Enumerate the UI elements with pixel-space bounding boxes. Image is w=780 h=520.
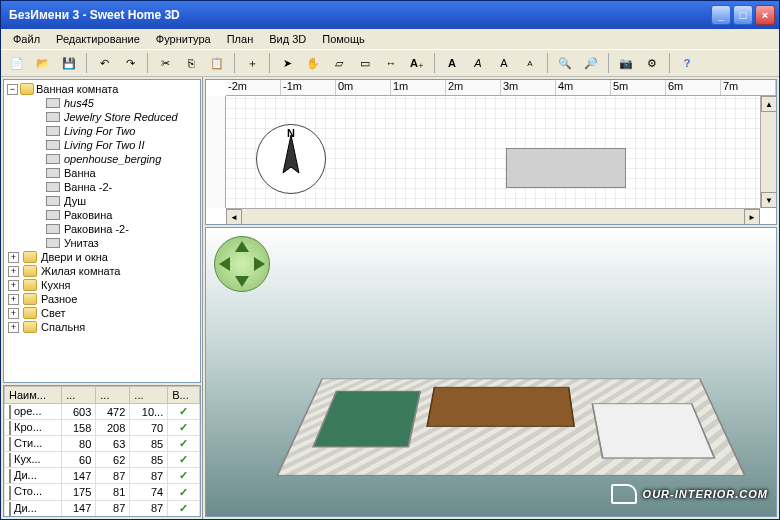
ruler-tick: 3m	[501, 80, 556, 95]
furniture-catalog-tree[interactable]: − Ванная комната hus45Jewelry Store Redu…	[3, 79, 201, 383]
table-row[interactable]: Сти...806385✓	[5, 436, 200, 452]
expand-icon[interactable]: +	[8, 266, 19, 277]
view-3d[interactable]: OUR-INTERIOR.COM	[205, 227, 777, 517]
scroll-left-icon[interactable]: ◄	[226, 209, 242, 225]
cell-visible[interactable]: ✓	[168, 484, 200, 500]
text-italic-icon[interactable]: A	[467, 52, 489, 74]
save-icon[interactable]: 💾	[58, 52, 80, 74]
scroll-up-icon[interactable]: ▲	[761, 96, 777, 112]
menu-file[interactable]: Файл	[7, 31, 46, 47]
catalog-item[interactable]: Ванна -2-	[6, 180, 198, 194]
zoom-out-icon[interactable]: 🔎	[580, 52, 602, 74]
preferences-icon[interactable]: ⚙	[641, 52, 663, 74]
open-icon[interactable]: 📂	[32, 52, 54, 74]
expand-icon[interactable]: +	[8, 308, 19, 319]
new-icon[interactable]: 📄	[6, 52, 28, 74]
cell-visible[interactable]: ✓	[168, 468, 200, 484]
catalog-item[interactable]: Унитаз	[6, 236, 198, 250]
plan-2d-view[interactable]: -2m-1m0m1m2m3m4m5m6m7m N ◄ ► ▲ ▼	[205, 79, 777, 225]
scroll-down-icon[interactable]: ▼	[761, 192, 777, 208]
tree-category-closed[interactable]: + Жилая комната	[6, 264, 198, 278]
tree-category-closed[interactable]: + Кухня	[6, 278, 198, 292]
catalog-item[interactable]: Раковина -2-	[6, 222, 198, 236]
cell-visible[interactable]: ✓	[168, 500, 200, 516]
wall-icon[interactable]: ▱	[328, 52, 350, 74]
catalog-item[interactable]: openhouse_berging	[6, 152, 198, 166]
table-row[interactable]: Ди...1478787✓	[5, 500, 200, 516]
text-size-up-icon[interactable]: A	[493, 52, 515, 74]
catalog-item[interactable]: Jewelry Store Reduced	[6, 110, 198, 124]
tree-category-closed[interactable]: + Разное	[6, 292, 198, 306]
navigation-pad[interactable]	[214, 236, 270, 292]
nav-left-icon[interactable]	[219, 257, 230, 271]
catalog-item[interactable]: Душ	[6, 194, 198, 208]
text-bold-icon[interactable]: A	[441, 52, 463, 74]
ruler-tick: 1m	[391, 80, 446, 95]
catalog-item[interactable]: Ванна	[6, 166, 198, 180]
collapse-icon[interactable]: −	[7, 84, 18, 95]
column-header[interactable]: Наим...	[5, 387, 62, 404]
expand-icon[interactable]: +	[8, 252, 19, 263]
minimize-button[interactable]: _	[711, 5, 731, 25]
expand-icon[interactable]: +	[8, 294, 19, 305]
redo-icon[interactable]: ↷	[119, 52, 141, 74]
tree-category-closed[interactable]: + Спальня	[6, 320, 198, 334]
cut-icon[interactable]: ✂	[154, 52, 176, 74]
catalog-item[interactable]: Living For Two II	[6, 138, 198, 152]
menubar: Файл Редактирование Фурнитура План Вид 3…	[1, 29, 779, 49]
camera-icon[interactable]: 📷	[615, 52, 637, 74]
vertical-scrollbar[interactable]: ▲ ▼	[760, 96, 776, 208]
zoom-in-icon[interactable]: 🔍	[554, 52, 576, 74]
catalog-item[interactable]: Раковина	[6, 208, 198, 222]
pan-icon[interactable]: ✋	[302, 52, 324, 74]
select-icon[interactable]: ➤	[276, 52, 298, 74]
text-size-down-icon[interactable]: A	[519, 52, 541, 74]
add-furniture-icon[interactable]: ＋	[241, 52, 263, 74]
catalog-item[interactable]: Living For Two	[6, 124, 198, 138]
close-button[interactable]: ×	[755, 5, 775, 25]
column-header[interactable]: ...	[62, 387, 96, 404]
cell-visible[interactable]: ✓	[168, 404, 200, 420]
copy-icon[interactable]: ⎘	[180, 52, 202, 74]
horizontal-scrollbar[interactable]: ◄ ►	[226, 208, 760, 224]
menu-edit[interactable]: Редактирование	[50, 31, 146, 47]
tree-category-closed[interactable]: + Свет	[6, 306, 198, 320]
furniture-list-table[interactable]: Наим............В... ope...60347210...✓К…	[3, 385, 201, 517]
menu-help[interactable]: Помощь	[316, 31, 371, 47]
nav-up-icon[interactable]	[235, 241, 249, 252]
tree-category-open[interactable]: − Ванная комната	[6, 82, 198, 96]
column-header[interactable]: В...	[168, 387, 200, 404]
catalog-item[interactable]: hus45	[6, 96, 198, 110]
cell-visible[interactable]: ✓	[168, 452, 200, 468]
nav-right-icon[interactable]	[254, 257, 265, 271]
titlebar[interactable]: БезИмени 3 - Sweet Home 3D _ □ ×	[1, 1, 779, 29]
table-row[interactable]: Сто...1758174✓	[5, 484, 200, 500]
help-icon[interactable]: ?	[676, 52, 698, 74]
paste-icon[interactable]: 📋	[206, 52, 228, 74]
expand-icon[interactable]: +	[8, 280, 19, 291]
table-row[interactable]: ope...60347210...✓	[5, 404, 200, 420]
item-label: Ванна	[64, 167, 96, 179]
scroll-right-icon[interactable]: ►	[744, 209, 760, 225]
plan-model-thumbnail[interactable]	[506, 148, 626, 188]
table-row[interactable]: Кух...606285✓	[5, 452, 200, 468]
nav-down-icon[interactable]	[235, 276, 249, 287]
plan-canvas[interactable]: N	[226, 96, 776, 208]
text-icon[interactable]: A₊	[406, 52, 428, 74]
menu-view3d[interactable]: Вид 3D	[263, 31, 312, 47]
room-icon[interactable]: ▭	[354, 52, 376, 74]
menu-furniture[interactable]: Фурнитура	[150, 31, 217, 47]
expand-icon[interactable]: +	[8, 322, 19, 333]
maximize-button[interactable]: □	[733, 5, 753, 25]
compass[interactable]: N	[256, 124, 326, 194]
table-row[interactable]: Ди...1478787✓	[5, 468, 200, 484]
table-row[interactable]: Кро...15820870✓	[5, 420, 200, 436]
dimension-icon[interactable]: ↔	[380, 52, 402, 74]
tree-category-closed[interactable]: + Двери и окна	[6, 250, 198, 264]
column-header[interactable]: ...	[130, 387, 168, 404]
cell-visible[interactable]: ✓	[168, 420, 200, 436]
cell-visible[interactable]: ✓	[168, 436, 200, 452]
column-header[interactable]: ...	[96, 387, 130, 404]
undo-icon[interactable]: ↶	[93, 52, 115, 74]
menu-plan[interactable]: План	[221, 31, 260, 47]
